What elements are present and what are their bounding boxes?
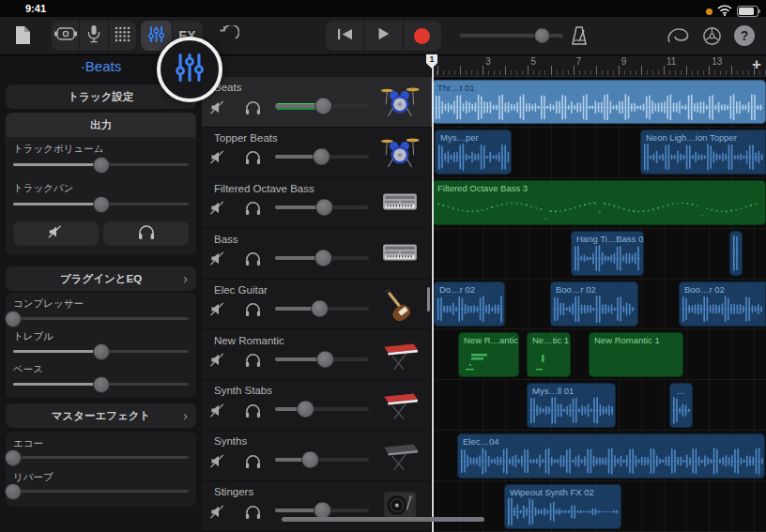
slider-knob[interactable] bbox=[297, 401, 314, 418]
mute-icon[interactable] bbox=[207, 450, 230, 471]
audio-region[interactable]: Wipeout Synth FX 02 bbox=[504, 484, 621, 529]
reverb-slider[interactable] bbox=[13, 490, 189, 493]
slider-knob[interactable] bbox=[313, 147, 330, 165]
audio-region[interactable]: … bbox=[669, 383, 693, 428]
headphones-icon[interactable] bbox=[241, 147, 264, 168]
audio-region[interactable] bbox=[729, 231, 743, 276]
audio-region[interactable]: Hang Ti…Bass 02 bbox=[571, 231, 644, 276]
track-volume-slider[interactable] bbox=[275, 256, 369, 260]
master-effects-button[interactable]: マスターエフェクト › bbox=[6, 403, 196, 428]
undo-button[interactable] bbox=[219, 25, 239, 50]
mute-icon[interactable] bbox=[207, 97, 230, 117]
master-volume-slider[interactable] bbox=[460, 34, 563, 38]
headphones-icon[interactable] bbox=[241, 350, 264, 371]
headphones-icon[interactable] bbox=[241, 97, 264, 117]
track-row[interactable]: Bass bbox=[202, 229, 432, 280]
track-volume-slider[interactable] bbox=[275, 509, 369, 512]
region-label: Filtered Octave Bass 3 bbox=[437, 183, 528, 193]
mute-icon[interactable] bbox=[207, 299, 230, 320]
headphones-icon[interactable] bbox=[241, 450, 264, 471]
slider-knob[interactable] bbox=[311, 299, 329, 317]
settings-button[interactable] bbox=[701, 25, 723, 51]
midi-region[interactable]: New Romantic 1 bbox=[589, 332, 683, 377]
track-volume-slider[interactable] bbox=[275, 155, 369, 159]
track-volume-slider[interactable] bbox=[275, 307, 369, 311]
slider-knob[interactable] bbox=[314, 98, 332, 115]
compressor-slider[interactable] bbox=[13, 317, 189, 320]
echo-slider[interactable] bbox=[13, 456, 189, 459]
audio-region[interactable]: Do…r 02 bbox=[434, 281, 505, 327]
metronome-button[interactable] bbox=[569, 25, 590, 50]
record-button[interactable] bbox=[403, 21, 441, 51]
mute-icon[interactable] bbox=[207, 350, 230, 371]
midi-region[interactable]: Ne…tic 1 bbox=[527, 332, 571, 377]
slider-knob[interactable] bbox=[314, 249, 332, 266]
solo-headphones-button[interactable] bbox=[103, 221, 189, 246]
headphones-icon[interactable] bbox=[241, 299, 264, 320]
slider-knob[interactable] bbox=[315, 198, 333, 216]
track-row[interactable]: Synths bbox=[202, 431, 432, 481]
mute-icon[interactable] bbox=[207, 501, 230, 522]
playhead-line[interactable] bbox=[432, 54, 434, 532]
headphones-icon[interactable] bbox=[241, 501, 264, 522]
audio-region[interactable]: Boo…r 02 bbox=[550, 281, 638, 327]
arrangement-timeline[interactable]: 35791113 + Thr…t 01Mys…perNeon Ligh…ion … bbox=[432, 54, 766, 532]
track-volume-slider[interactable] bbox=[275, 458, 369, 462]
loop-browser-button[interactable] bbox=[666, 26, 691, 49]
track-row[interactable]: Topper Beats bbox=[202, 128, 432, 178]
mute-icon[interactable] bbox=[207, 198, 230, 219]
track-row[interactable]: Synth Stabs bbox=[202, 380, 432, 431]
track-row[interactable]: Elec Guitar bbox=[202, 280, 432, 330]
track-volume-slider[interactable] bbox=[13, 163, 189, 166]
headphones-icon[interactable] bbox=[241, 400, 264, 420]
help-button[interactable]: ? bbox=[734, 25, 755, 46]
audio-region[interactable]: Thr…t 01 bbox=[432, 80, 766, 125]
track-controls-view-button[interactable] bbox=[52, 21, 79, 51]
midi-region[interactable]: Filtered Octave Bass 3 bbox=[432, 180, 766, 225]
headphones-icon[interactable] bbox=[241, 198, 264, 219]
go-to-beginning-button[interactable] bbox=[326, 21, 363, 51]
headphones-icon[interactable] bbox=[241, 249, 264, 269]
audio-region[interactable]: Neon Ligh…ion Topper bbox=[640, 129, 766, 175]
track-name: Elec Guitar bbox=[214, 284, 268, 296]
my-songs-button[interactable] bbox=[15, 25, 31, 49]
track-volume-slider[interactable] bbox=[275, 104, 369, 108]
vertical-scroll-indicator[interactable] bbox=[427, 287, 430, 312]
live-loops-grid-button[interactable] bbox=[108, 21, 136, 51]
track-volume-slider[interactable] bbox=[275, 407, 369, 411]
track-pan-slider[interactable] bbox=[13, 203, 189, 205]
track-volume-slider[interactable] bbox=[275, 205, 369, 209]
synth-module-icon bbox=[380, 184, 420, 220]
play-button[interactable] bbox=[363, 21, 402, 51]
mute-icon[interactable] bbox=[207, 249, 230, 269]
audio-region[interactable]: Mys…ll 01 bbox=[527, 383, 616, 428]
track-header-list: BeatsTopper BeatsFiltered Octave BassBas… bbox=[202, 54, 432, 532]
track-name: Topper Beats bbox=[214, 132, 278, 144]
mute-button[interactable] bbox=[13, 221, 99, 246]
bar-ruler[interactable]: 35791113 + bbox=[432, 54, 766, 77]
add-section-button[interactable]: + bbox=[752, 55, 761, 74]
audio-region[interactable]: Boo…r 02 bbox=[679, 281, 766, 327]
audio-region[interactable]: Elec…04 bbox=[457, 433, 765, 479]
track-row[interactable]: Beats bbox=[202, 77, 432, 128]
slider-knob[interactable] bbox=[316, 350, 334, 368]
midi-region[interactable]: New R…antic 1 bbox=[458, 332, 519, 377]
treble-label: トレブル bbox=[13, 330, 54, 343]
treble-slider[interactable] bbox=[13, 350, 189, 353]
track-row[interactable]: Filtered Octave Bass bbox=[202, 178, 432, 229]
mute-icon[interactable] bbox=[207, 147, 230, 168]
track-row[interactable]: Stingers bbox=[202, 481, 432, 532]
mute-icon[interactable] bbox=[207, 400, 230, 420]
bass-slider[interactable] bbox=[13, 383, 189, 386]
slider-knob[interactable] bbox=[534, 28, 550, 44]
region-waveform bbox=[529, 346, 569, 377]
horizontal-scrollbar[interactable] bbox=[282, 517, 484, 522]
track-row[interactable]: New Romantic bbox=[202, 330, 432, 381]
region-label: Neon Ligh…ion Topper bbox=[646, 132, 737, 143]
slider-knob[interactable] bbox=[301, 451, 319, 469]
audio-region[interactable]: Mys…per bbox=[435, 129, 512, 175]
microphone-button[interactable] bbox=[79, 21, 107, 51]
track-volume-slider[interactable] bbox=[275, 357, 369, 361]
plugins-eq-button[interactable]: プラグインとEQ › bbox=[6, 266, 196, 291]
timeline-grid[interactable]: Thr…t 01Mys…perNeon Ligh…ion TopperFilte… bbox=[432, 77, 766, 532]
